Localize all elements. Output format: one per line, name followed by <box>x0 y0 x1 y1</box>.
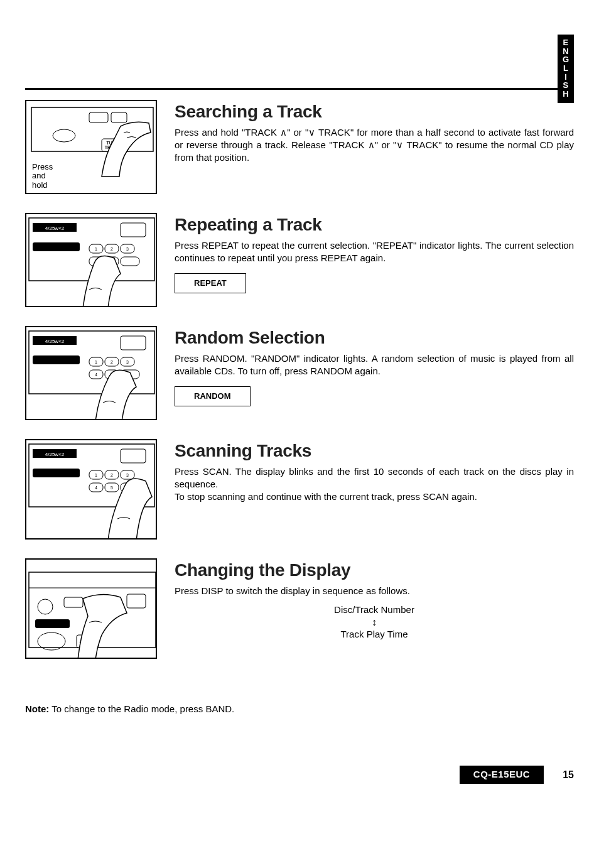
svg-text:3: 3 <box>126 247 129 251</box>
language-tab: E N G L I S H <box>558 35 574 103</box>
svg-text:4/25w×2: 4/25w×2 <box>45 452 65 457</box>
svg-rect-58 <box>127 594 146 608</box>
illustration-repeat: 4/25w×2 1 2 3 4 5 <box>25 213 157 307</box>
body-repeating: Press REPEAT to repeat the current selec… <box>175 239 574 265</box>
svg-rect-60 <box>35 619 70 628</box>
svg-text:4/25w×2: 4/25w×2 <box>45 225 65 231</box>
note-text: To change to the Radio mode, press BAND. <box>51 703 234 714</box>
horizontal-rule <box>25 88 574 90</box>
display-sequence: Disc/Track Number ↕ Track Play Time <box>175 604 574 641</box>
svg-rect-2 <box>111 112 127 122</box>
svg-text:5: 5 <box>111 486 113 490</box>
svg-text:2: 2 <box>111 360 113 364</box>
illustration-track-search: TUNE TRACK Press and hold <box>25 100 157 194</box>
svg-rect-1 <box>89 112 108 122</box>
display-item-top: Disc/Track Number <box>175 604 574 616</box>
heading-scanning: Scanning Tracks <box>175 439 574 463</box>
svg-text:4: 4 <box>95 486 97 490</box>
section-searching-track: TUNE TRACK Press and hold Searching a Tr… <box>25 100 574 194</box>
svg-text:4/25w×2: 4/25w×2 <box>45 339 65 344</box>
section-random-selection: 4/25w×2 1 2 3 4 5 Random Selection Press… <box>25 326 574 420</box>
svg-text:3: 3 <box>126 473 129 477</box>
illustration-caption: Press and hold <box>30 162 55 190</box>
body-random: Press RANDOM. "RANDOM" indicator lights.… <box>175 352 574 378</box>
updown-arrow-icon: ↕ <box>175 616 574 628</box>
svg-text:2: 2 <box>111 473 113 477</box>
svg-point-59 <box>38 599 53 614</box>
svg-text:1: 1 <box>95 247 97 251</box>
body-searching: Press and hold "TRACK ∧" or "∨ TRACK" fo… <box>175 126 574 165</box>
page-number: 15 <box>563 768 574 782</box>
section-repeating-track: 4/25w×2 1 2 3 4 5 Repeating a Track Pres… <box>25 213 574 307</box>
page-footer: CQ-E15EUC 15 <box>25 766 574 783</box>
illustration-scan: 4/25w×2 1 2 3 4 5 <box>25 439 157 540</box>
illustration-display: TUNE TRACK <box>25 558 157 659</box>
heading-random: Random Selection <box>175 326 574 350</box>
svg-rect-43 <box>33 469 80 477</box>
svg-text:3: 3 <box>126 360 129 364</box>
random-indicator-box: RANDOM <box>175 386 251 406</box>
illustration-random: 4/25w×2 1 2 3 4 5 <box>25 326 157 420</box>
svg-rect-26 <box>121 336 146 350</box>
display-item-bottom: Track Play Time <box>175 628 574 641</box>
svg-text:1: 1 <box>95 360 97 364</box>
body-display: Press DISP to switch the display in sequ… <box>175 585 574 597</box>
svg-rect-42 <box>121 449 146 463</box>
section-scanning-tracks: 4/25w×2 1 2 3 4 5 Scanning Tracks Press … <box>25 439 574 540</box>
model-badge: CQ-E15EUC <box>460 766 544 783</box>
body-scanning: Press SCAN. The display blinks and the f… <box>175 465 574 504</box>
svg-point-3 <box>53 129 75 142</box>
heading-repeating: Repeating a Track <box>175 213 574 237</box>
section-changing-display: TUNE TRACK Changing the Display Press DI… <box>25 558 574 659</box>
svg-text:2: 2 <box>111 247 113 251</box>
svg-text:1: 1 <box>95 473 97 477</box>
heading-searching: Searching a Track <box>175 100 574 124</box>
note-line: Note: To change to the Radio mode, press… <box>25 703 574 715</box>
svg-rect-57 <box>64 597 83 607</box>
svg-text:4: 4 <box>95 372 97 377</box>
svg-rect-27 <box>33 355 80 364</box>
heading-display: Changing the Display <box>175 558 574 582</box>
svg-rect-10 <box>121 223 146 237</box>
svg-rect-11 <box>33 242 80 251</box>
repeat-indicator-box: REPEAT <box>175 273 246 293</box>
svg-rect-17 <box>121 257 139 266</box>
note-label: Note: <box>25 703 49 714</box>
